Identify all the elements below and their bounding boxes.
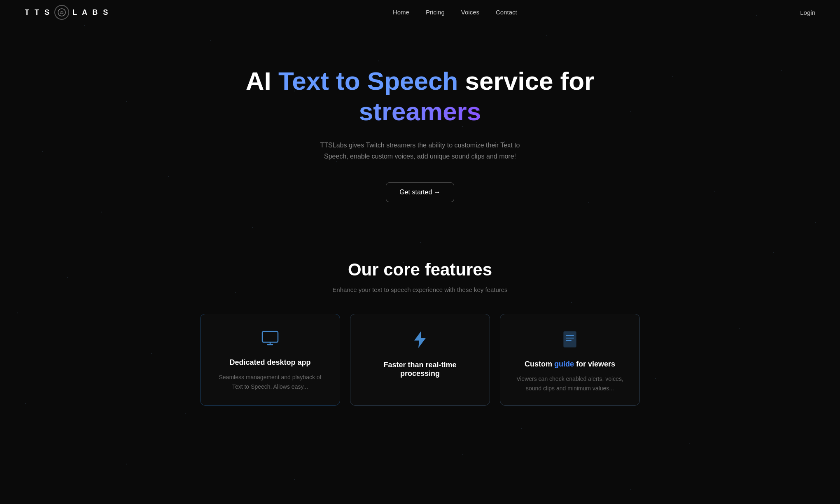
features-section: Our core features Enhance your text to s… bbox=[0, 235, 840, 422]
nav-contact[interactable]: Contact bbox=[496, 9, 517, 16]
lightning-icon bbox=[363, 331, 477, 352]
feature-card-desktop-desc: Seamless management and playback of Text… bbox=[213, 373, 327, 391]
hero-title-tts: Text to Speech bbox=[278, 67, 458, 95]
logo-text-right: L A B S bbox=[72, 8, 110, 17]
feature-card-desktop: Dedicated desktop app Seamless managemen… bbox=[200, 314, 340, 406]
hero-title-service: service for bbox=[458, 67, 594, 95]
document-icon bbox=[513, 331, 627, 352]
logo-icon bbox=[54, 5, 69, 20]
login-link[interactable]: Login bbox=[800, 9, 815, 16]
feature-card-guide-desc: Viewers can check enabled alerts, voices… bbox=[513, 374, 627, 393]
nav-links: Home Pricing Voices Contact bbox=[393, 9, 517, 16]
feature-card-guide-title-part2: for viewers bbox=[574, 360, 615, 368]
nav-voices[interactable]: Voices bbox=[461, 9, 479, 16]
features-grid: Dedicated desktop app Seamless managemen… bbox=[194, 314, 646, 406]
logo: T T S L A B S bbox=[25, 5, 110, 20]
feature-card-processing: Faster than real-time processing bbox=[350, 314, 490, 406]
hero-subtitle: TTSLabs gives Twitch streamers the abili… bbox=[317, 140, 523, 162]
hero-section: AI Text to Speech service for streamers … bbox=[0, 25, 840, 235]
feature-card-guide-title-part1: Custom bbox=[525, 360, 554, 368]
feature-card-desktop-title: Dedicated desktop app bbox=[213, 358, 327, 367]
feature-card-guide-title: Custom guide for viewers bbox=[513, 360, 627, 369]
hero-title-streamers: streamers bbox=[359, 97, 481, 126]
feature-card-guide-link[interactable]: guide bbox=[554, 360, 574, 368]
hero-title: AI Text to Speech service for streamers bbox=[8, 66, 832, 127]
nav-home[interactable]: Home bbox=[393, 9, 409, 16]
features-title: Our core features bbox=[16, 260, 824, 280]
features-subtitle: Enhance your text to speech experience w… bbox=[16, 286, 824, 293]
svg-point-0 bbox=[58, 9, 65, 16]
feature-card-guide: Custom guide for viewers Viewers can che… bbox=[500, 314, 640, 406]
logo-text-left: T T S bbox=[25, 8, 51, 17]
svg-rect-3 bbox=[564, 331, 576, 347]
nav-pricing[interactable]: Pricing bbox=[426, 9, 445, 16]
monitor-icon bbox=[213, 331, 327, 350]
navbar: T T S L A B S Home Pricing Voices Contac… bbox=[0, 0, 840, 25]
svg-rect-1 bbox=[262, 331, 278, 342]
get-started-button[interactable]: Get started → bbox=[386, 182, 454, 202]
feature-card-processing-title: Faster than real-time processing bbox=[363, 361, 477, 378]
hero-title-ai: AI bbox=[246, 67, 278, 95]
